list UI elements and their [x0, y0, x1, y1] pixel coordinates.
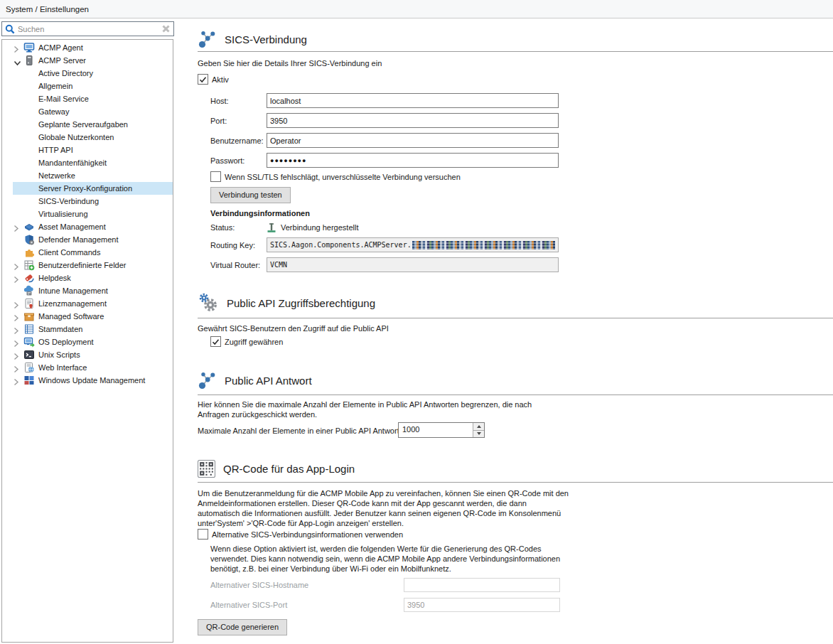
aktiv-label: Aktiv — [212, 75, 229, 84]
tree-item[interactable]: Globale Nutzerkonten — [2, 131, 173, 144]
section-title: SICS-Verbindung — [225, 33, 307, 45]
tree-item-label: Helpdesk — [38, 272, 71, 284]
tree-item[interactable]: Server Proxy-Konfiguration — [2, 182, 173, 195]
tree-item[interactable]: Mandantenfähigkeit — [2, 156, 173, 169]
password-input[interactable] — [267, 153, 559, 168]
tree-item[interactable]: OS Deployment — [2, 336, 173, 348]
tree-item[interactable]: Virtualisierung — [2, 208, 173, 220]
tree-item-label: HTTP API — [38, 144, 73, 156]
tree-item[interactable]: Defender Management — [2, 233, 173, 246]
tree-item[interactable]: Stammdaten — [2, 323, 173, 336]
connected-status-icon — [267, 222, 276, 233]
sics-description: Geben Sie hier die Details Ihrer SICS-Ve… — [198, 58, 382, 68]
tree-item-label: ACMP Agent — [38, 41, 83, 54]
virtual-router-label: Virtual Router: — [210, 261, 267, 269]
routing-key-label: Routing Key: — [210, 241, 267, 249]
tree-item[interactable]: SICS-Verbindung — [2, 195, 173, 208]
tree-item[interactable]: Lizenzmanagement — [2, 297, 173, 310]
tree-item[interactable]: HTTP API — [2, 144, 173, 156]
qr-paragraph-line4: unter'System' >'QR-Code für App-Login an… — [198, 518, 404, 528]
tree-item[interactable]: Netzwerke — [2, 169, 173, 182]
tree-item[interactable]: ACMP Server — [2, 54, 173, 67]
tree-item[interactable]: Intune Management — [2, 284, 173, 297]
spin-down-button[interactable] — [473, 430, 484, 438]
tree-item[interactable]: Managed Software — [2, 310, 173, 323]
tree-item-label: ACMP Server — [38, 54, 86, 67]
sics-connection-icon — [198, 29, 217, 49]
qr-paragraph-line3: automatisch die Informationen ausfüllt. … — [198, 508, 561, 518]
alt-port-input[interactable] — [404, 598, 560, 612]
expand-chevron-icon[interactable] — [14, 43, 21, 52]
tree-item-label: Mandantenfähigkeit — [38, 156, 107, 169]
tree-item[interactable]: Helpdesk — [2, 272, 173, 284]
tree-item[interactable]: Gateway — [2, 105, 173, 118]
api-response-description-line2: Anfragen zurückgeschickt werden. — [198, 409, 317, 419]
username-label: Benutzername: — [210, 136, 267, 145]
ssl-fallback-checkbox[interactable] — [210, 171, 221, 182]
tree-item-label: Gateway — [38, 105, 69, 118]
api-access-description: Gewährt SICS-Benutzern den Zugriff auf d… — [198, 323, 389, 333]
tree-item[interactable]: Benutzerdefinierte Felder — [2, 259, 173, 272]
tree-item[interactable]: Asset Management — [2, 220, 173, 233]
settings-tree: ACMP AgentACMP ServerActive DirectoryAll… — [1, 39, 173, 643]
password-label: Passwort: — [210, 156, 267, 165]
tree-item[interactable]: Client Commands — [2, 246, 173, 259]
os-deployment-icon — [23, 336, 35, 348]
tree-item[interactable]: Active Directory — [2, 67, 173, 80]
sidebar-search — [1, 21, 174, 36]
tree-item[interactable]: Web Interface — [2, 361, 173, 374]
expand-chevron-icon[interactable] — [14, 261, 21, 269]
max-elements-spinner[interactable]: 1000 — [398, 422, 485, 438]
expand-chevron-icon[interactable] — [14, 338, 21, 346]
tree-item[interactable]: E-Mail Service — [2, 92, 173, 105]
tree-item[interactable]: Unix Scripts — [2, 348, 173, 361]
spin-up-button[interactable] — [473, 423, 484, 430]
tree-item-label: E-Mail Service — [38, 92, 89, 105]
search-input[interactable] — [18, 25, 158, 33]
username-input[interactable] — [267, 133, 559, 148]
clear-search-icon[interactable] — [161, 24, 171, 33]
tree-item[interactable]: Geplante Serveraufgaben — [2, 118, 173, 131]
expand-chevron-icon[interactable] — [14, 325, 21, 333]
tree-item-label: Stammdaten — [38, 323, 82, 336]
expand-chevron-icon[interactable] — [14, 350, 21, 359]
tree-item-label: Lizenzmanagement — [38, 297, 107, 310]
host-input[interactable] — [267, 93, 559, 108]
acmp-agent-icon — [23, 42, 35, 53]
grant-access-row: Zugriff gewähren — [210, 336, 283, 347]
tree-item[interactable]: Windows Update Management — [2, 374, 173, 387]
gears-icon — [198, 292, 219, 313]
expand-chevron-icon[interactable] — [14, 274, 21, 282]
alt-sics-checkbox[interactable] — [198, 529, 208, 540]
port-input[interactable] — [267, 113, 559, 128]
expand-chevron-icon[interactable] — [14, 299, 21, 308]
expand-chevron-icon[interactable] — [14, 312, 21, 321]
status-value: Verbindung hergestellt — [281, 223, 358, 232]
expand-chevron-icon[interactable] — [14, 376, 21, 385]
api-response-description-line1: Hier können Sie die maximale Anzahl der … — [198, 399, 532, 409]
expand-chevron-icon[interactable] — [14, 56, 21, 65]
aktiv-checkbox[interactable] — [198, 74, 208, 85]
generate-qr-button[interactable]: QR-Code generieren — [198, 619, 287, 635]
expand-chevron-icon[interactable] — [14, 222, 21, 231]
tree-item-label: Server Proxy-Konfiguration — [38, 182, 132, 195]
qr-paragraph-line1: Um die Benutzeranmeldung für die ACMP Mo… — [198, 488, 569, 498]
page-title: System / Einstellungen — [6, 5, 89, 14]
tree-item-label: Netzwerke — [38, 169, 75, 182]
search-icon — [5, 24, 15, 34]
tree-item[interactable]: Allgemein — [2, 80, 173, 92]
tree-item-label: SICS-Verbindung — [38, 195, 99, 208]
unix-scripts-icon — [23, 349, 35, 360]
qr-note-line1: Wenn diese Option aktiviert ist, werden … — [210, 544, 542, 554]
qr-note-line3: benötigt, z.B. bei einer Verbindung über… — [210, 564, 451, 574]
client-commands-icon — [23, 247, 35, 258]
ssl-fallback-label: Wenn SSL/TLS fehlschlägt, unverschlüssel… — [225, 173, 461, 181]
test-connection-button[interactable]: Verbindung testen — [210, 187, 291, 203]
expand-chevron-icon[interactable] — [14, 363, 21, 372]
alt-hostname-input[interactable] — [404, 578, 560, 592]
tree-item-label: Windows Update Management — [38, 374, 145, 387]
aktiv-checkbox-row: Aktiv — [198, 74, 229, 85]
tree-item[interactable]: ACMP Agent — [2, 41, 173, 54]
routing-key-redacted — [412, 241, 555, 249]
grant-access-checkbox[interactable] — [210, 336, 221, 347]
